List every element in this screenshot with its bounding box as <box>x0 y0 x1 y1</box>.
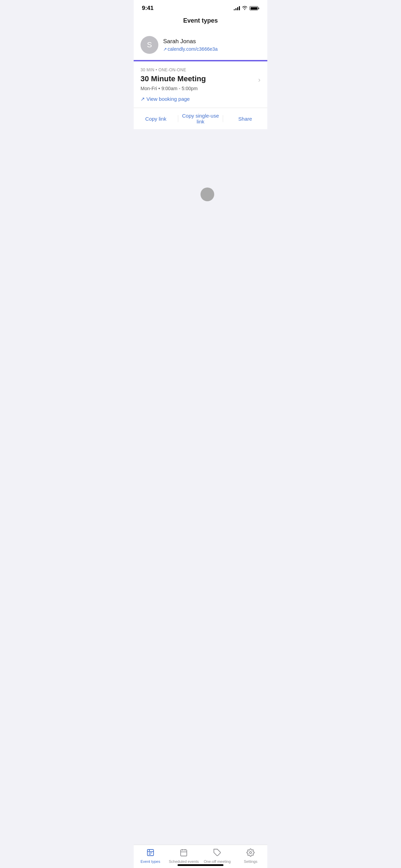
event-title-row[interactable]: 30 Minute Meeting › <box>141 74 260 84</box>
share-button[interactable]: Share <box>223 111 267 126</box>
floating-dot <box>200 188 214 201</box>
user-info: Sarah Jonas ↗ calendly.com/c3666e3a <box>163 38 218 52</box>
empty-area <box>134 129 267 260</box>
content-area: S Sarah Jonas ↗ calendly.com/c3666e3a 30… <box>134 30 267 260</box>
copy-single-use-link-button[interactable]: Copy single-use link <box>178 108 222 129</box>
battery-icon <box>250 6 259 10</box>
view-booking-link[interactable]: ↗ View booking page <box>141 96 260 102</box>
status-icons <box>234 6 259 11</box>
user-profile-link[interactable]: ↗ calendly.com/c3666e3a <box>163 46 218 52</box>
user-name: Sarah Jonas <box>163 38 218 45</box>
event-title: 30 Minute Meeting <box>141 74 258 83</box>
wifi-icon <box>242 6 247 11</box>
avatar: S <box>141 36 158 54</box>
event-card-inner: 30 MIN • ONE-ON-ONE 30 Minute Meeting › … <box>134 61 267 102</box>
event-schedule: Mon-Fri • 9:00am - 5:00pm <box>141 86 260 91</box>
view-booking-label: ↗ View booking page <box>141 96 190 102</box>
copy-link-button[interactable]: Copy link <box>134 111 178 126</box>
page-title: Event types <box>183 17 218 24</box>
signal-icon <box>234 6 240 10</box>
event-card: 30 MIN • ONE-ON-ONE 30 Minute Meeting › … <box>134 60 267 129</box>
user-section: S Sarah Jonas ↗ calendly.com/c3666e3a <box>134 30 267 60</box>
status-time: 9:41 <box>142 5 154 12</box>
event-meta: 30 MIN • ONE-ON-ONE <box>141 68 260 72</box>
chevron-right-icon: › <box>258 76 260 84</box>
user-link-text: calendly.com/c3666e3a <box>168 46 218 52</box>
event-actions: Copy link Copy single-use link Share <box>134 108 267 129</box>
external-link-icon: ↗ <box>163 47 167 52</box>
status-bar: 9:41 <box>134 0 267 14</box>
nav-header: Event types <box>134 14 267 30</box>
